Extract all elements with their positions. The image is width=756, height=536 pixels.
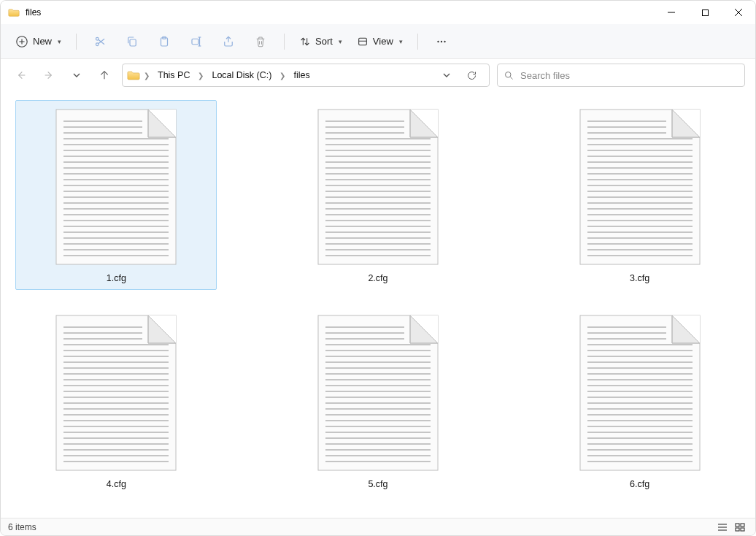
toolbar: New ▾ Sort ▾ View ▾	[1, 24, 755, 59]
cut-button[interactable]	[85, 29, 115, 54]
more-button[interactable]	[427, 29, 456, 54]
paste-button[interactable]	[150, 29, 179, 54]
file-name: 5.cfg	[368, 479, 387, 489]
refresh-icon	[466, 70, 477, 81]
arrow-up-icon	[99, 69, 110, 81]
window-controls	[655, 1, 755, 24]
textfile-icon	[314, 311, 442, 475]
trash-icon	[254, 35, 267, 48]
list-icon	[717, 523, 728, 532]
back-button[interactable]	[11, 65, 31, 85]
ellipsis-icon	[435, 35, 448, 48]
new-label: New	[33, 36, 52, 47]
item-count: 6 items	[8, 522, 36, 532]
svg-line-40	[99, 39, 104, 44]
svg-point-52	[437, 40, 439, 42]
layout-icon	[357, 36, 369, 47]
details-view-button[interactable]	[714, 521, 730, 534]
textfile-icon	[52, 105, 180, 269]
breadcrumb-local-disk[interactable]: Local Disk (C:)	[207, 67, 276, 83]
breadcrumb-files[interactable]: files	[289, 67, 314, 83]
window-title: files	[26, 7, 41, 18]
up-button[interactable]	[94, 65, 115, 85]
address-dropdown-button[interactable]	[436, 65, 457, 85]
sort-button[interactable]: Sort ▾	[293, 29, 348, 54]
svg-point-37	[96, 42, 99, 45]
file-grid: 1.cfg 2.cfg 3.cfg 4.cfg 5.cfg 6.cfg	[9, 100, 747, 496]
forward-button[interactable]	[39, 65, 59, 85]
chevron-down-icon: ▾	[339, 38, 342, 45]
title-bar: files	[1, 1, 755, 24]
refresh-button[interactable]	[461, 65, 482, 85]
svg-rect-64	[741, 524, 744, 527]
new-button[interactable]: New ▾	[11, 29, 67, 54]
file-name: 1.cfg	[107, 273, 126, 283]
svg-line-59	[510, 77, 512, 79]
textfile-icon	[576, 311, 704, 475]
status-bar: 6 items	[1, 518, 755, 535]
file-item[interactable]: 1.cfg	[15, 100, 217, 290]
sort-icon	[299, 36, 311, 47]
scissors-icon	[93, 35, 107, 48]
address-bar[interactable]: ❯ This PC ❯ Local Disk (C:) ❯ files	[122, 64, 490, 87]
folder-icon	[8, 8, 20, 18]
minimize-button[interactable]	[655, 1, 688, 24]
breadcrumb-this-pc[interactable]: This PC	[153, 67, 194, 83]
svg-rect-65	[736, 528, 739, 531]
file-item[interactable]: 6.cfg	[539, 306, 741, 496]
chevron-right-icon: ❯	[279, 72, 286, 80]
textfile-icon	[314, 105, 442, 269]
maximize-button[interactable]	[688, 1, 722, 24]
svg-point-54	[444, 40, 445, 42]
plus-circle-icon	[15, 35, 28, 48]
folder-icon	[127, 70, 140, 81]
view-label: View	[373, 36, 393, 47]
sort-label: Sort	[315, 36, 333, 47]
share-icon	[222, 35, 235, 48]
share-button[interactable]	[214, 29, 243, 54]
svg-point-53	[441, 40, 442, 42]
svg-rect-44	[192, 39, 198, 45]
rename-icon	[190, 35, 203, 48]
file-item[interactable]: 3.cfg	[539, 100, 741, 290]
file-name: 4.cfg	[107, 479, 126, 489]
copy-icon	[126, 35, 139, 48]
file-name: 2.cfg	[368, 273, 387, 283]
copy-button[interactable]	[117, 29, 147, 54]
search-bar[interactable]	[497, 64, 745, 87]
svg-point-38	[96, 37, 99, 40]
view-button[interactable]: View ▾	[351, 29, 409, 54]
arrow-left-icon	[15, 69, 27, 81]
svg-rect-66	[741, 528, 744, 531]
clipboard-icon	[158, 35, 171, 48]
content-area: 1.cfg 2.cfg 3.cfg 4.cfg 5.cfg 6.cfg	[1, 91, 755, 518]
file-name: 6.cfg	[630, 479, 649, 489]
svg-rect-31	[702, 9, 708, 15]
chevron-right-icon: ❯	[143, 72, 150, 80]
chevron-down-icon: ▾	[399, 38, 403, 45]
file-item[interactable]: 5.cfg	[277, 306, 479, 496]
arrow-right-icon	[43, 69, 55, 81]
close-button[interactable]	[722, 1, 755, 24]
grid-icon	[735, 523, 745, 532]
file-name: 3.cfg	[630, 273, 649, 283]
svg-rect-41	[130, 39, 136, 46]
chevron-down-icon	[442, 71, 451, 80]
textfile-icon	[576, 105, 704, 269]
textfile-icon	[52, 311, 180, 475]
svg-point-58	[506, 72, 512, 77]
chevron-down-icon: ▾	[58, 38, 61, 45]
nav-row: ❯ This PC ❯ Local Disk (C:) ❯ files	[1, 59, 755, 91]
file-item[interactable]: 2.cfg	[277, 100, 479, 290]
svg-line-39	[99, 39, 104, 45]
svg-rect-63	[736, 524, 739, 527]
svg-rect-50	[359, 38, 367, 45]
chevron-right-icon: ❯	[197, 72, 204, 80]
search-input[interactable]	[520, 70, 738, 81]
file-item[interactable]: 4.cfg	[15, 306, 217, 496]
search-icon	[504, 70, 514, 81]
delete-button[interactable]	[246, 29, 275, 54]
recent-button[interactable]	[66, 65, 87, 85]
rename-button[interactable]	[182, 29, 211, 54]
thumbnails-view-button[interactable]	[732, 521, 748, 534]
